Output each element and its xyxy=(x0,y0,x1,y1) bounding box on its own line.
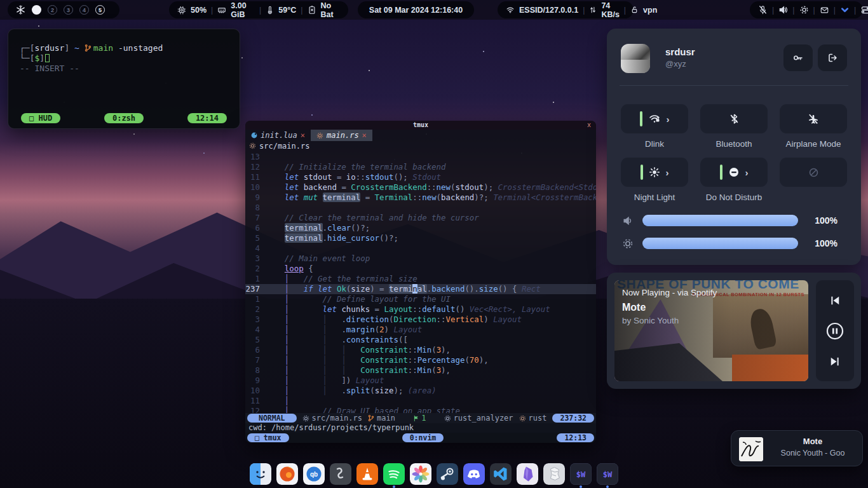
code-area[interactable]: 1312 // Initialize the terminal backend1… xyxy=(245,152,596,413)
dock-icon-media-app[interactable] xyxy=(330,463,351,485)
quick-toggle-night-light[interactable]: › xyxy=(621,158,688,187)
code-line[interactable]: 3 │ │ .direction(Direction::Vertical) La… xyxy=(245,315,596,325)
buffer-tabs: init.lua × main.rs × xyxy=(245,130,596,141)
statusbar-window[interactable]: 0:zsh xyxy=(104,113,144,123)
code-line[interactable]: 10 let backend = CrosstermBackend::new(s… xyxy=(245,182,596,193)
dock-icon-photos[interactable] xyxy=(410,463,431,485)
dock-icon-wterm2[interactable]: $W xyxy=(597,463,618,485)
dock-icon-vscode[interactable] xyxy=(490,463,512,485)
code-line[interactable]: 12 │ // Draw UI based on app state xyxy=(245,406,596,413)
settings-gear-icon[interactable] xyxy=(799,5,809,15)
code-line[interactable]: 1 │ // Define layout for the UI xyxy=(245,294,596,304)
code-line[interactable]: 6 │ │ │ Constraint::Min(3), xyxy=(245,345,596,355)
logout-button[interactable] xyxy=(818,44,847,71)
svg-text:qb: qb xyxy=(310,471,318,478)
code-line[interactable]: 7 // Clear the terminal and hide the cur… xyxy=(245,213,596,223)
tab-init-lua[interactable]: init.lua × xyxy=(245,130,311,141)
user-avatar[interactable] xyxy=(621,44,650,73)
launcher-logo-icon[interactable] xyxy=(16,5,25,15)
prompt-line-2: └─[$] xyxy=(20,53,163,64)
code-line[interactable]: 2 loop { xyxy=(245,264,596,274)
code-line[interactable]: 11 let stdout = io::stdout(); Stdout xyxy=(245,172,596,182)
brightness-icon xyxy=(622,238,634,249)
code-line[interactable]: 8 │ │ │ Constraint::Min(3), xyxy=(245,365,596,376)
dock-icon-steam[interactable] xyxy=(437,463,458,485)
code-line[interactable]: 7 │ │ │ Constraint::Percentage(70), xyxy=(245,355,596,365)
code-line[interactable]: 13 xyxy=(245,152,596,162)
microphone-muted-icon[interactable] xyxy=(758,5,768,15)
code-line[interactable]: 3 // Main event loop xyxy=(245,254,596,264)
window-close-button[interactable]: x xyxy=(587,121,591,130)
brightness-slider[interactable] xyxy=(642,238,798,249)
tab-close-icon[interactable]: × xyxy=(362,131,367,140)
workspace-4[interactable]: 4 xyxy=(79,5,89,15)
code-line[interactable]: 12 // Initialize the terminal backend xyxy=(245,162,596,172)
svg-text:$W: $W xyxy=(603,470,613,479)
code-line[interactable]: 1 │ // Get the terminal size xyxy=(245,274,596,284)
dock-icon-trash[interactable] xyxy=(543,463,565,485)
lock-keys-button[interactable] xyxy=(783,44,813,71)
pause-button[interactable] xyxy=(825,322,844,341)
code-line[interactable]: 5 │ │ .constraints([ xyxy=(245,335,596,345)
dock-icon-wterm[interactable]: $W xyxy=(570,463,592,485)
terminal-window[interactable]: ┌─[srdusr] ~ main -unstaged └─[$] -- INS… xyxy=(8,29,240,129)
code-line[interactable]: 9 │ │ ]) Layout xyxy=(245,376,596,386)
code-line[interactable]: 11 │ xyxy=(245,396,596,406)
prompt-git-state: -unstaged xyxy=(113,43,163,53)
tab-close-icon[interactable]: × xyxy=(301,131,305,140)
line-number: 6 xyxy=(245,345,266,355)
code-line[interactable]: 8 xyxy=(245,203,596,213)
dock-icon-qbittorrent[interactable]: qb xyxy=(303,463,325,485)
next-track-button[interactable] xyxy=(829,355,841,368)
quick-toggle-dnd[interactable]: › xyxy=(700,158,768,187)
quick-toggle-dlink[interactable]: › xyxy=(621,104,688,133)
toggles-panel-icon[interactable] xyxy=(860,5,868,15)
volume-slider[interactable] xyxy=(642,215,798,226)
dock-icon-spotify[interactable] xyxy=(383,463,405,485)
dock-icon-obsidian[interactable] xyxy=(517,463,538,485)
notification-popup[interactable]: Mote Sonic Youth - Goo xyxy=(731,430,863,466)
dock-icon-firefox[interactable] xyxy=(276,463,298,485)
workspace-3[interactable]: 3 xyxy=(64,5,73,15)
chevron-down-icon[interactable] xyxy=(840,5,850,15)
chevron-right-icon[interactable]: › xyxy=(745,167,749,178)
quick-label-bluetooth: Bluetooth xyxy=(693,139,775,149)
dock-icon-file-manager[interactable] xyxy=(250,463,271,485)
system-stats-widget[interactable]: 50% | 3.00 GiB | 59°C | No Bat xyxy=(169,1,348,18)
album-art[interactable]: SHAPE OF PUNK TO COME A CHIMERICAL BOMBI… xyxy=(614,280,808,381)
chevron-right-icon[interactable]: › xyxy=(667,114,670,125)
editor-window[interactable]: tmux x init.lua × main.rs × src/main.rs … xyxy=(245,121,596,443)
code-line[interactable]: 2 │ let chunks = Layout::default() Vec<R… xyxy=(245,304,596,315)
tmux-window[interactable]: 0:nvim xyxy=(402,433,444,442)
mail-icon[interactable] xyxy=(820,6,829,15)
window-titlebar[interactable]: tmux xyxy=(245,121,596,130)
workspace-1[interactable] xyxy=(32,5,41,15)
code-line[interactable]: 6 terminal.clear()?; xyxy=(245,223,596,233)
workspace-2[interactable]: 2 xyxy=(48,5,57,15)
dock-icon-discord[interactable] xyxy=(463,463,485,485)
volume-tray-icon[interactable] xyxy=(778,5,788,15)
workspace-5[interactable]: 5 xyxy=(95,5,105,15)
line-number: 8 xyxy=(245,203,266,213)
previous-track-button[interactable] xyxy=(829,294,841,307)
code-line[interactable]: 4 │ │ .margin(2) Layout xyxy=(245,325,596,335)
tmux-session[interactable]: □ tmux xyxy=(247,433,289,442)
quick-toggle-bluetooth[interactable] xyxy=(700,104,768,133)
dock-icon-vlc[interactable] xyxy=(356,463,378,485)
code-line[interactable]: 5 terminal.hide_cursor()?; xyxy=(245,233,596,243)
cpu-icon xyxy=(177,6,186,15)
temperature-icon xyxy=(266,6,274,15)
code-line-current[interactable]: 237 │ if let Ok(size) = terminal.backend… xyxy=(245,284,596,294)
code-line[interactable]: 4 xyxy=(245,243,596,254)
clock-widget[interactable]: Sat 09 Mar 2024 12:16:40 xyxy=(358,1,474,18)
statusbar-session[interactable]: □ HUD xyxy=(21,113,60,123)
tab-main-rs[interactable]: main.rs × xyxy=(311,130,372,141)
quick-toggle-airplane[interactable] xyxy=(780,104,847,133)
code-line[interactable]: 10 │ │ .split(size); (area) xyxy=(245,386,596,396)
command-line[interactable]: cwd: /home/srdusr/projects/typerpunk xyxy=(245,423,596,433)
line-number: 10 xyxy=(245,182,266,193)
network-widget[interactable]: ESSID/127.0.0.1 | 74 KB/s | vpn xyxy=(498,1,634,18)
quick-toggle-blocked[interactable] xyxy=(780,158,847,187)
code-line[interactable]: 9 let mut terminal = Terminal::new(backe… xyxy=(245,193,596,203)
chevron-right-icon[interactable]: › xyxy=(666,167,669,178)
